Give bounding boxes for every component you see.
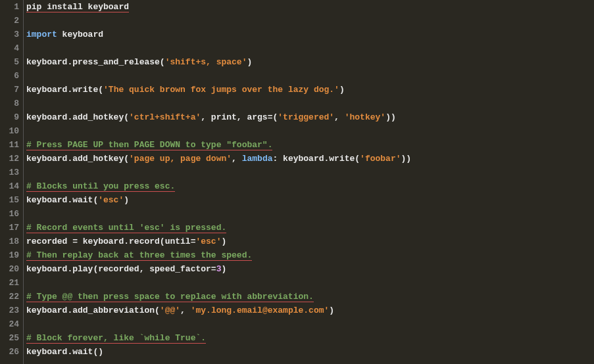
- token-str: 'esc': [195, 237, 221, 246]
- token-plain: keyboard.add_abbreviation(: [26, 306, 160, 315]
- token-plain: ,: [232, 154, 242, 164]
- token-plain: keyboard.press_and_release(: [26, 57, 165, 67]
- token-plain: ): [221, 264, 226, 274]
- code-line[interactable]: keyboard.play(recorded, speed_factor=3): [26, 262, 594, 276]
- line-gutter: 1234567891011121314151617181920212223242…: [0, 0, 24, 364]
- code-line[interactable]: [26, 14, 594, 28]
- token-plain: )): [385, 112, 396, 122]
- token-comment: # Blocks until you press esc.: [26, 181, 175, 192]
- line-number: 1: [0, 0, 19, 14]
- token-plain: keyboard.add_hotkey(: [26, 112, 129, 122]
- line-number: 14: [0, 179, 19, 193]
- code-line[interactable]: # Press PAGE UP then PAGE DOWN to type "…: [26, 138, 594, 152]
- token-plain: keyboard.wait(): [26, 347, 103, 357]
- token-plain: keyboard.add_hotkey(: [26, 154, 129, 164]
- token-plain: keyboard.write(: [26, 85, 103, 95]
- token-plain: pip install keyboard: [26, 2, 129, 12]
- line-number: 22: [0, 290, 19, 304]
- token-plain: ): [247, 57, 252, 67]
- line-number: 10: [0, 124, 19, 138]
- token-str: 'hotkey': [345, 112, 385, 122]
- token-comment: # Then replay back at three times the sp…: [26, 250, 252, 261]
- code-line[interactable]: # Block forever, like `while True`.: [26, 331, 594, 345]
- line-number: 13: [0, 166, 19, 179]
- token-plain: )): [401, 154, 412, 164]
- token-plain: ): [339, 85, 345, 95]
- token-str: 'shift+s, space': [165, 57, 247, 67]
- line-number: 2: [0, 14, 19, 28]
- token-str: '@@': [160, 306, 180, 315]
- token-str: 'ctrl+shift+a': [129, 112, 201, 122]
- token-str: 'The quick brown fox jumps over the lazy…: [103, 85, 339, 95]
- token-plain: ,: [334, 112, 345, 122]
- token-str: 'my.long.email@example.com': [191, 306, 330, 315]
- line-number: 24: [0, 317, 19, 331]
- line-number: 4: [0, 41, 19, 55]
- line-number: 15: [0, 193, 19, 207]
- line-number: 3: [0, 28, 19, 41]
- token-comment: # Type @@ then press space to replace wi…: [26, 292, 314, 302]
- code-line[interactable]: [26, 124, 594, 138]
- code-line[interactable]: [26, 317, 594, 331]
- line-number: 5: [0, 55, 19, 69]
- line-number: 6: [0, 69, 19, 83]
- code-line[interactable]: import keyboard: [26, 28, 594, 41]
- code-line[interactable]: pip install keyboard: [26, 0, 594, 14]
- token-plain: keyboard: [57, 30, 103, 39]
- code-line[interactable]: # Record events until 'esc' is pressed.: [26, 221, 594, 235]
- token-str: 'page up, page down': [129, 154, 232, 164]
- token-kw: import: [26, 30, 57, 39]
- code-line[interactable]: keyboard.wait(): [26, 345, 594, 359]
- token-comment: # Record events until 'esc' is pressed.: [26, 223, 226, 233]
- token-kw: lambda: [242, 154, 273, 164]
- code-line[interactable]: [26, 166, 594, 179]
- token-plain: , print, args=(: [201, 112, 278, 122]
- line-number: 18: [0, 235, 19, 248]
- code-line[interactable]: keyboard.add_hotkey('ctrl+shift+a', prin…: [26, 110, 594, 124]
- code-area[interactable]: pip install keyboardimport keyboardkeybo…: [24, 0, 594, 364]
- token-plain: ,: [180, 306, 191, 315]
- code-line[interactable]: keyboard.press_and_release('shift+s, spa…: [26, 55, 594, 69]
- line-number: 21: [0, 276, 19, 290]
- token-plain: keyboard.wait(: [26, 195, 98, 205]
- code-line[interactable]: [26, 276, 594, 290]
- line-number: 19: [0, 248, 19, 262]
- token-str: 'triggered': [278, 112, 334, 122]
- code-line[interactable]: [26, 97, 594, 110]
- line-number: 26: [0, 345, 19, 359]
- code-line[interactable]: keyboard.wait('esc'): [26, 193, 594, 207]
- code-line[interactable]: # Blocks until you press esc.: [26, 179, 594, 193]
- code-line[interactable]: # Type @@ then press space to replace wi…: [26, 290, 594, 304]
- line-number: 8: [0, 97, 19, 110]
- token-comment: # Block forever, like `while True`.: [26, 333, 206, 344]
- token-str: 'esc': [98, 195, 124, 205]
- token-plain: ): [124, 195, 129, 205]
- token-plain: keyboard.play(recorded, speed_factor=: [26, 264, 216, 274]
- line-number: 20: [0, 262, 19, 276]
- code-editor[interactable]: 1234567891011121314151617181920212223242…: [0, 0, 594, 364]
- code-line[interactable]: [26, 207, 594, 221]
- code-line[interactable]: keyboard.add_hotkey('page up, page down'…: [26, 152, 594, 166]
- line-number: 25: [0, 331, 19, 345]
- token-plain: ): [221, 237, 226, 246]
- line-number: 7: [0, 83, 19, 97]
- line-number: 9: [0, 110, 19, 124]
- token-plain: ): [329, 306, 334, 315]
- code-line[interactable]: [26, 69, 594, 83]
- line-number: 17: [0, 221, 19, 235]
- code-line[interactable]: keyboard.add_abbreviation('@@', 'my.long…: [26, 304, 594, 317]
- code-line[interactable]: recorded = keyboard.record(until='esc'): [26, 235, 594, 248]
- code-line[interactable]: # Then replay back at three times the sp…: [26, 248, 594, 262]
- line-number: 12: [0, 152, 19, 166]
- line-number: 23: [0, 304, 19, 317]
- token-str: 'foobar': [360, 154, 401, 164]
- line-number: 11: [0, 138, 19, 152]
- token-comment: # Press PAGE UP then PAGE DOWN to type "…: [26, 140, 272, 150]
- code-line[interactable]: [26, 41, 594, 55]
- line-number: 16: [0, 207, 19, 221]
- code-line[interactable]: keyboard.write('The quick brown fox jump…: [26, 83, 594, 97]
- token-plain: recorded = keyboard.record(until=: [26, 237, 195, 246]
- token-plain: : keyboard.write(: [272, 154, 360, 164]
